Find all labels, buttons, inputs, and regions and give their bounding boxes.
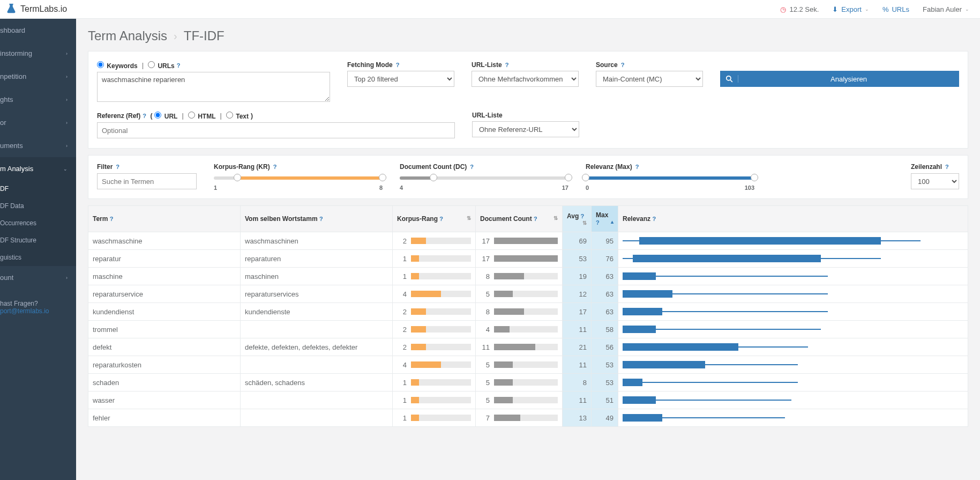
cell-avg: 21 xyxy=(563,338,592,356)
zeilen-label: Zeilenzahl? xyxy=(911,163,959,171)
sidebar-subitem[interactable]: DF Data xyxy=(0,197,76,215)
help-icon[interactable]: ? xyxy=(652,216,656,222)
cell-relevanz xyxy=(618,250,968,268)
fetching-label: Fetching Mode? xyxy=(347,61,454,69)
logo[interactable]: TermLabs.io xyxy=(0,3,67,15)
table-row: trommel241158 xyxy=(88,321,968,338)
sidebar-footer-text: hast Fragen? xyxy=(0,300,76,307)
help-icon[interactable]: ? xyxy=(177,62,181,69)
urlliste2-select[interactable]: Ohne Referenz-URL xyxy=(472,121,579,137)
th-max[interactable]: Max ?▴ xyxy=(592,206,618,232)
user-menu[interactable]: Fabian Auler ⌄ xyxy=(923,5,969,13)
rel-slider[interactable] xyxy=(586,176,754,180)
help-icon[interactable]: ? xyxy=(143,113,146,119)
th-relevanz[interactable]: Relevanz ? xyxy=(618,206,968,232)
ref-text-radio[interactable]: Text xyxy=(226,112,249,120)
cell-kr: 2 xyxy=(393,338,476,356)
cell-relevanz xyxy=(618,374,968,392)
sidebar-subitem[interactable]: Occurrences xyxy=(0,215,76,232)
sidebar-item[interactable]: uments› xyxy=(0,134,76,157)
table-row: defektdefekte, defekten, defektes, defek… xyxy=(88,338,968,356)
kr-label: Korpus-Rang (KR)? xyxy=(214,163,383,171)
th-term[interactable]: Term ? xyxy=(88,206,241,232)
cell-max: 63 xyxy=(592,268,618,285)
referenz-input[interactable] xyxy=(97,122,455,138)
help-icon[interactable]: ? xyxy=(396,62,400,68)
help-icon[interactable]: ? xyxy=(470,164,474,170)
dc-slider[interactable] xyxy=(400,176,568,180)
th-stem[interactable]: Vom selben Wortstamm ? xyxy=(241,206,393,232)
help-icon[interactable]: ? xyxy=(319,216,323,222)
cell-relevanz xyxy=(618,285,968,303)
th-avg[interactable]: Avg ?⇅ xyxy=(563,206,592,232)
sidebar-subitem[interactable]: DF xyxy=(0,180,76,197)
urls-button[interactable]: % URLs xyxy=(882,5,909,13)
sidebar-item[interactable]: m Analysis⌄ xyxy=(0,157,76,180)
table-row: maschinemaschinen181963 xyxy=(88,268,968,285)
help-icon[interactable]: ? xyxy=(635,164,639,170)
urlliste-label: URL-Liste? xyxy=(472,61,579,69)
keywords-urls-toggle: Keywords | URLs ? xyxy=(97,61,330,70)
help-icon[interactable]: ? xyxy=(505,62,509,68)
help-icon[interactable]: ? xyxy=(439,216,443,222)
cell-dc: 17 xyxy=(476,232,563,250)
sort-icon: ⇅ xyxy=(553,215,558,221)
keywords-radio[interactable]: Keywords xyxy=(97,61,138,70)
rel-min: 0 xyxy=(586,184,589,191)
ref-html-radio[interactable]: HTML xyxy=(188,112,216,120)
table-row: reparaturreparaturen1175376 xyxy=(88,250,968,268)
help-icon[interactable]: ? xyxy=(596,219,600,226)
cell-dc: 5 xyxy=(476,392,563,409)
help-icon[interactable]: ? xyxy=(581,213,585,219)
cell-kr: 4 xyxy=(393,356,476,374)
cell-stem: reparaturen xyxy=(241,250,393,268)
filter-input[interactable] xyxy=(97,173,197,189)
sidebar-subitem[interactable]: DF Structure xyxy=(0,232,76,249)
kr-min: 1 xyxy=(214,184,217,191)
filter-label: Filter? xyxy=(97,163,197,171)
breadcrumb-main: Term Analysis xyxy=(88,28,167,43)
chevron-icon: › xyxy=(66,97,71,102)
help-icon[interactable]: ? xyxy=(945,164,949,170)
support-email-link[interactable]: port@termlabs.io xyxy=(0,307,76,315)
sidebar-item[interactable]: instorming› xyxy=(0,42,76,65)
cell-avg: 13 xyxy=(563,409,592,427)
keywords-input[interactable]: waschmaschine reparieren xyxy=(97,72,330,102)
timer: ◷ 12.2 Sek. xyxy=(780,5,819,13)
help-icon[interactable]: ? xyxy=(534,216,537,222)
urlliste-select[interactable]: Ohne Mehrfachvorkommen xyxy=(472,71,579,87)
th-kr[interactable]: Korpus-Rang ?⇅ xyxy=(393,206,476,232)
cell-term: kundendienst xyxy=(88,303,241,321)
kr-slider[interactable] xyxy=(214,176,383,180)
sidebar-subitem[interactable]: guistics xyxy=(0,249,76,266)
sidebar-item[interactable]: npetition› xyxy=(0,65,76,88)
cell-relevanz xyxy=(618,392,968,409)
ref-url-radio[interactable]: URL xyxy=(154,112,177,120)
cell-term: waschmaschine xyxy=(88,232,241,250)
fetching-select[interactable]: Top 20 filtered xyxy=(347,71,454,87)
topbar-right: ◷ 12.2 Sek. ⬇ Export ⌄ % URLs Fabian Aul… xyxy=(780,5,969,13)
cell-stem xyxy=(241,409,393,427)
cell-avg: 11 xyxy=(563,321,592,338)
table-row: kundendienstkundendienste281763 xyxy=(88,303,968,321)
cell-stem: maschinen xyxy=(241,268,393,285)
th-dc[interactable]: Document Count ?⇅ xyxy=(476,206,563,232)
help-icon[interactable]: ? xyxy=(110,216,114,222)
analyze-button[interactable]: Analysieren xyxy=(720,71,959,87)
sidebar-item[interactable]: shboard xyxy=(0,19,76,42)
sidebar-item[interactable]: or› xyxy=(0,111,76,134)
help-icon[interactable]: ? xyxy=(273,164,277,170)
table-row: schadenschäden, schadens15853 xyxy=(88,374,968,392)
export-menu[interactable]: ⬇ Export ⌄ xyxy=(832,5,869,13)
zeilen-select[interactable]: 100 xyxy=(911,173,959,189)
cell-avg: 12 xyxy=(563,285,592,303)
chevron-icon: ⌄ xyxy=(63,166,71,172)
sidebar-item[interactable]: ghts› xyxy=(0,88,76,111)
help-icon[interactable]: ? xyxy=(621,62,625,68)
help-icon[interactable]: ? xyxy=(116,164,119,170)
export-label: Export xyxy=(841,5,862,13)
sidebar-item[interactable]: ount› xyxy=(0,266,76,289)
table-row: reparaturservicereparaturservices451263 xyxy=(88,285,968,303)
urls-radio[interactable]: URLs xyxy=(148,61,175,70)
source-select[interactable]: Main-Content (MC) xyxy=(596,71,703,87)
